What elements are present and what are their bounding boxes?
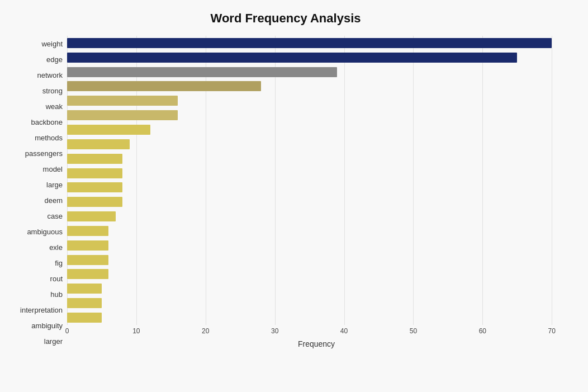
bar-row (67, 138, 566, 150)
bar-row (67, 37, 566, 49)
y-label: backbone (31, 115, 63, 129)
x-tick: 0 (65, 327, 69, 335)
x-tick: 20 (202, 327, 209, 335)
bar-row (67, 95, 566, 107)
bar-row (67, 80, 566, 92)
y-label: weak (46, 100, 63, 113)
x-tick: 10 (132, 327, 140, 335)
bar (67, 168, 122, 178)
y-label: ambiguity (31, 319, 63, 333)
bar (67, 182, 122, 192)
bar-row (67, 268, 566, 280)
y-label: weight (41, 37, 63, 50)
bar-row (67, 167, 566, 180)
y-label: network (37, 68, 63, 82)
bar-row (67, 181, 566, 193)
y-label: rout (50, 272, 63, 286)
chart-title: Word Frequency Analysis (6, 11, 566, 26)
x-tick: 40 (340, 327, 348, 335)
bars-list (67, 36, 566, 325)
y-label: edge (46, 53, 63, 66)
bar (67, 226, 108, 236)
x-tick: 30 (271, 327, 278, 335)
bar (67, 269, 108, 279)
x-tick: 70 (548, 327, 556, 335)
x-tick: 60 (479, 327, 486, 335)
bar-row (67, 210, 566, 223)
bar (67, 139, 130, 149)
bar-row (67, 239, 566, 252)
bars-and-x: 010203040506070 Frequency (67, 36, 566, 350)
bar-row (67, 254, 566, 266)
bar (67, 313, 102, 323)
y-label: ambiguous (27, 225, 63, 239)
bar-row (67, 51, 566, 64)
chart-container: Word Frequency Analysis weightedgenetwor… (0, 0, 588, 392)
y-label: model (43, 162, 63, 176)
bar (67, 53, 517, 63)
bar-row (67, 109, 566, 121)
y-label: hub (50, 288, 63, 301)
bar-row (67, 153, 566, 165)
bar (67, 81, 261, 91)
x-tick: 50 (410, 327, 417, 335)
bar-row (67, 225, 566, 237)
bars-area (67, 36, 566, 325)
y-label: larger (44, 335, 63, 348)
bar (67, 110, 178, 120)
bar (67, 240, 108, 251)
y-label: large (46, 178, 63, 191)
bar (67, 298, 102, 308)
x-axis-label: Frequency (67, 339, 566, 348)
bar (67, 211, 116, 221)
y-label: case (48, 210, 63, 223)
bar (67, 154, 122, 164)
bar-row (67, 282, 566, 295)
bar (67, 255, 108, 265)
bar-row (67, 297, 566, 309)
bar-row (67, 311, 566, 324)
y-label: interpretation (20, 304, 63, 317)
y-label: passengers (25, 147, 63, 160)
y-label: exle (49, 241, 63, 254)
y-axis: weightedgenetworkstrongweakbackbonemetho… (6, 36, 67, 350)
bar-row (67, 196, 566, 208)
bar (67, 125, 150, 135)
y-label: deem (44, 193, 63, 207)
bar (67, 197, 122, 207)
y-label: methods (35, 131, 63, 144)
y-label: strong (42, 84, 63, 97)
bar-row (67, 124, 566, 136)
x-axis: 010203040506070 Frequency (67, 327, 566, 350)
bar (67, 67, 337, 77)
bar (67, 96, 178, 106)
bar-row (67, 66, 566, 78)
y-label: fig (55, 257, 63, 270)
bar (67, 284, 102, 294)
chart-area: weightedgenetworkstrongweakbackbonemetho… (6, 36, 566, 350)
bar (67, 38, 552, 48)
